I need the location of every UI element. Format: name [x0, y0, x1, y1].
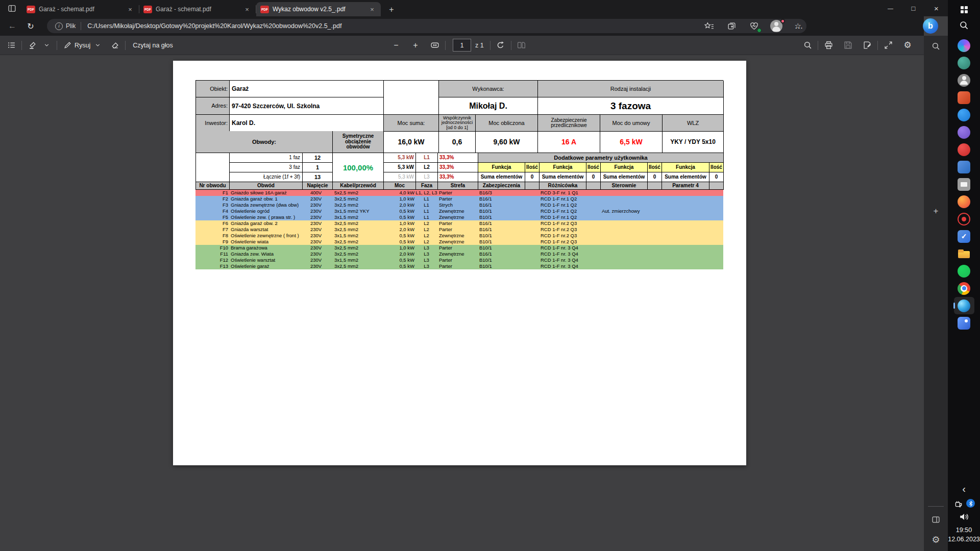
taskbar-app-todo-icon[interactable]: ✓ [954, 228, 974, 245]
col-header: Moc [384, 182, 416, 190]
taskbar-app-printer-app-icon[interactable] [954, 176, 974, 193]
table-row: F13 Oświetlenie garaż 230V 3x2,5 mm2 0,5… [195, 263, 723, 269]
taskbar-app-purple-app-icon[interactable] [954, 123, 974, 141]
minimize-button[interactable]: — [879, 0, 902, 16]
rotate-icon[interactable] [494, 39, 508, 52]
back-icon[interactable]: ← [6, 20, 18, 32]
taskbar-app-teams-icon[interactable] [954, 54, 974, 71]
hidden-icons-chevron[interactable]: ‹ [948, 483, 980, 495]
obiekt-value: Garaż [230, 81, 384, 97]
circuit-name: Gniazda warsztat [229, 227, 302, 233]
wspolczynnik-label: Współczynnik jednoczesności [od 0 do 1] [439, 115, 476, 132]
sidebar-divider [928, 506, 944, 507]
read-aloud-button[interactable]: Czytaj na głos [133, 42, 173, 49]
circuit-phase: L1, L2, L3 [415, 190, 437, 196]
circuit-control [600, 190, 662, 196]
table-row: F11 Gniazda zew. Wiata 230V 3x2,5 mm2 2,… [195, 251, 723, 257]
tab-garaz-schemat-2[interactable]: PDF Garaż - schemat.pdf × [139, 2, 256, 16]
eraser-icon[interactable] [108, 39, 122, 52]
taskbar-app-copilot-icon[interactable] [954, 37, 974, 54]
zoom-in-icon[interactable]: + [408, 39, 423, 52]
sidebar-settings-gear-icon[interactable]: ⚙ [924, 533, 948, 547]
taskbar-app-recorder-icon[interactable] [954, 210, 974, 228]
settings-menu-icon[interactable]: … [791, 20, 806, 32]
taskbar-app-edge-icon[interactable] [954, 297, 974, 314]
maximize-button[interactable]: □ [902, 0, 925, 16]
tab-wykaz-obwodow-active[interactable]: PDF Wykaz obwodow v2.5_.pdf × [256, 2, 381, 16]
close-button[interactable]: × [925, 0, 948, 16]
workspaces-icon[interactable] [5, 3, 18, 14]
taskbar-app-firefox-icon[interactable] [954, 193, 974, 210]
save-icon[interactable] [841, 39, 855, 52]
taskbar-clock[interactable]: 19:50 12.06.2023 [948, 525, 980, 544]
circuit-nr: F8 [195, 233, 229, 239]
zoom-out-icon[interactable]: − [389, 39, 403, 52]
save-as-icon[interactable] [860, 39, 874, 52]
circuit-param4 [662, 220, 723, 227]
fullscreen-icon[interactable] [881, 39, 895, 52]
taskbar-app-red-app-icon[interactable] [954, 141, 974, 158]
circuit-param4 [662, 196, 723, 202]
bluetooth-icon[interactable] [954, 499, 980, 508]
bing-copilot-button[interactable]: b [923, 18, 938, 34]
page-info-icon[interactable]: i [55, 22, 63, 30]
volume-icon[interactable] [948, 512, 980, 521]
obwody-label: Obwody: [196, 131, 333, 153]
profile-avatar[interactable] [769, 20, 784, 32]
funkcja-header: Funkcja [662, 163, 709, 172]
highlighter-chevron-icon[interactable] [39, 39, 54, 52]
taskbar-app-powerpoint-icon[interactable] [954, 89, 974, 106]
taskbar-app-skype-icon[interactable] [954, 106, 974, 123]
taskbar-app-photos-icon[interactable] [954, 314, 974, 332]
phase-1f-label: 1 faz [230, 153, 303, 163]
circuit-zone: Zewnętrzne [437, 239, 478, 245]
page-number-input[interactable]: 1 [453, 39, 471, 52]
taskbar-search-icon[interactable] [954, 17, 974, 33]
highlighter-icon[interactable] [25, 39, 39, 52]
start-button[interactable] [954, 2, 974, 17]
draw-chevron-icon[interactable] [90, 39, 105, 52]
favorites-icon[interactable] [701, 20, 717, 32]
tab-close-icon[interactable]: × [126, 5, 135, 14]
url-field[interactable]: i Plik C:/Users/Mikołaj/Desktop/Gotowy%2… [47, 19, 806, 33]
fit-to-width-icon[interactable] [428, 39, 442, 52]
draw-pen-icon[interactable] [60, 39, 75, 52]
sidebar-panel-icon[interactable] [924, 512, 948, 527]
browser-essentials-icon[interactable] [746, 20, 762, 32]
refresh-icon[interactable]: ↻ [24, 20, 37, 32]
ilosc-header: Ilość [586, 163, 601, 172]
taskbar-app-blue-app-icon[interactable] [954, 158, 974, 176]
phase-l2-moc: 5,3 kW [384, 163, 416, 172]
taskbar-app-file-explorer-icon[interactable] [954, 245, 974, 262]
circuit-voltage: 230V [302, 251, 332, 257]
search-document-icon[interactable] [800, 39, 815, 52]
taskbar-app-people-icon[interactable] [954, 71, 974, 89]
circuit-breaker: B16/1 [478, 202, 539, 208]
tab-close-icon[interactable]: × [242, 5, 252, 14]
sidebar-search-icon[interactable] [924, 39, 948, 53]
new-tab-button[interactable]: + [385, 3, 398, 16]
phase-l1-label: L1 [416, 153, 438, 163]
tab-garaz-schemat-1[interactable]: PDF Garaż - schemat.pdf × [22, 2, 139, 16]
taskbar-app-chrome-icon[interactable] [954, 280, 974, 297]
circuit-rcd: RCD 1-F nr.2 Q3 [539, 233, 600, 239]
tab-close-icon[interactable]: × [368, 5, 377, 14]
draw-label[interactable]: Rysuj [75, 42, 90, 49]
circuit-breaker: B10/1 [478, 245, 539, 251]
circuit-zone: Zewnętrzne [437, 251, 478, 257]
url-text[interactable]: C:/Users/Mikołaj/Desktop/Gotowy%20projek… [87, 22, 790, 30]
toc-icon[interactable] [4, 39, 18, 52]
table-row: F10 Brama garażowa 230V 3x2,5 mm2 1,0 kW… [195, 245, 723, 251]
taskbar-app-spotify-icon[interactable] [954, 262, 974, 280]
wspolczynnik-value: 0,6 [439, 131, 476, 153]
circuit-control [600, 227, 662, 233]
circuit-name: Oświetlenie zewnętrzne ( front ) [229, 233, 302, 239]
moc-suma-label: Moc suma: [384, 115, 439, 132]
pdf-settings-gear-icon[interactable]: ⚙ [900, 39, 915, 52]
collections-icon[interactable] [724, 20, 739, 32]
circuit-nr: F13 [195, 263, 229, 269]
sidebar-add-icon[interactable]: + [924, 204, 948, 218]
two-page-view-icon[interactable] [514, 39, 529, 52]
print-icon[interactable] [821, 39, 836, 52]
circuit-zone: Parter [437, 245, 478, 251]
